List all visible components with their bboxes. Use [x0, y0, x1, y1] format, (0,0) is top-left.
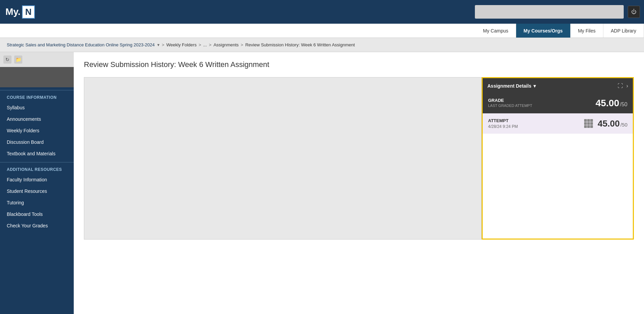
sidebar-item-discussion-board[interactable]: Discussion Board — [0, 136, 74, 148]
grid-view-icon[interactable] — [584, 119, 593, 128]
main-layout: ↻ 📁 COURSE INFORMATION Syllabus Announce… — [0, 52, 644, 314]
attempt-label-area: ATTEMPT 4/28/24 9:24 PM — [488, 118, 518, 129]
doc-preview-container: Assignment Details ▾ ⛶ › GRADE LAST GRAD… — [84, 77, 634, 240]
breadcrumb-sep1: > — [162, 42, 164, 47]
breadcrumb-assignments[interactable]: Assignments — [213, 42, 238, 47]
breadcrumb-course[interactable]: Strategic Sales and Marketing Distance E… — [7, 42, 155, 47]
grade-total: /50 — [620, 102, 627, 108]
course-info-divider — [0, 90, 74, 90]
content-area: Review Submission History: Week 6 Writte… — [74, 52, 644, 314]
sidebar-item-check-grades[interactable]: Check Your Grades — [0, 220, 74, 231]
attempt-section[interactable]: ATTEMPT 4/28/24 9:24 PM 45.00 /50 — [483, 113, 633, 134]
attempt-right: 45.00 /50 — [584, 118, 627, 129]
breadcrumb-current-page: Review Submission History: Week 6 Writte… — [245, 42, 355, 47]
additional-resources-divider — [0, 162, 74, 162]
tab-adp-library[interactable]: ADP Library — [603, 24, 644, 38]
attempt-score: 45.00 /50 — [598, 118, 627, 129]
sidebar-item-blackboard-tools[interactable]: Blackboard Tools — [0, 208, 74, 220]
sidebar-refresh-icon[interactable]: ↻ — [3, 55, 12, 64]
logo-n-box: N — [22, 5, 35, 19]
sidebar: ↻ 📁 COURSE INFORMATION Syllabus Announce… — [0, 52, 74, 314]
sidebar-toolbar: ↻ 📁 — [0, 52, 74, 67]
sidebar-item-tutoring[interactable]: Tutoring — [0, 197, 74, 208]
logo-my-text: My. — [5, 6, 21, 17]
breadcrumb-sep3: > — [209, 42, 212, 47]
assignment-details-panel: Assignment Details ▾ ⛶ › GRADE LAST GRAD… — [482, 77, 634, 240]
assignment-details-label: Assignment Details — [487, 83, 531, 89]
panel-header-title: Assignment Details ▾ — [487, 83, 536, 89]
attempt-total: /50 — [620, 122, 627, 128]
document-preview — [84, 77, 482, 240]
logo-area: My. N — [5, 5, 35, 19]
panel-header: Assignment Details ▾ ⛶ › — [483, 78, 633, 94]
sidebar-item-student-resources[interactable]: Student Resources — [0, 185, 74, 197]
sidebar-item-faculty-information[interactable]: Faculty Information — [0, 174, 74, 185]
breadcrumb: Strategic Sales and Marketing Distance E… — [0, 38, 644, 52]
grade-section: GRADE LAST GRADED ATTEMPT 45.00 /50 — [483, 94, 633, 113]
nav-tabs-row: My Campus My Courses/Orgs My Files ADP L… — [0, 24, 644, 38]
grade-sublabel: LAST GRADED ATTEMPT — [488, 104, 532, 108]
attempt-date: 4/28/24 9:24 PM — [488, 124, 518, 129]
sidebar-item-announcements[interactable]: Announcements — [0, 113, 74, 125]
sidebar-search-area — [0, 67, 74, 87]
sidebar-item-syllabus[interactable]: Syllabus — [0, 102, 74, 113]
grade-label-area: GRADE LAST GRADED ATTEMPT — [488, 98, 532, 108]
breadcrumb-sep4: > — [241, 42, 244, 47]
grade-value: 45.00 — [596, 98, 619, 109]
tab-my-courses-orgs[interactable]: My Courses/Orgs — [516, 24, 571, 38]
additional-resources-section-title: ADDITIONAL RESOURCES — [0, 164, 74, 174]
page-title: Review Submission History: Week 6 Writte… — [84, 60, 634, 69]
attempt-value: 45.00 — [598, 118, 620, 129]
top-header: My. N ⏻ — [0, 0, 644, 24]
sidebar-folder-icon[interactable]: 📁 — [14, 55, 22, 64]
grade-label: GRADE — [488, 98, 532, 103]
breadcrumb-sep2: > — [199, 42, 201, 47]
breadcrumb-weekly-folders[interactable]: Weekly Folders — [166, 42, 197, 47]
breadcrumb-ellipsis[interactable]: ... — [203, 42, 207, 47]
sidebar-item-weekly-folders[interactable]: Weekly Folders — [0, 125, 74, 136]
next-icon[interactable]: › — [626, 83, 628, 89]
grade-value-area: 45.00 /50 — [596, 98, 627, 109]
tab-my-files[interactable]: My Files — [571, 24, 603, 38]
course-info-section-title: COURSE INFORMATION — [0, 92, 74, 102]
breadcrumb-dropdown-icon[interactable]: ▾ — [157, 42, 160, 47]
header-chevron-icon[interactable]: ▾ — [533, 83, 536, 89]
attempt-label: ATTEMPT — [488, 118, 518, 123]
power-button[interactable]: ⏻ — [628, 6, 640, 18]
panel-header-icons: ⛶ › — [618, 83, 628, 89]
expand-icon[interactable]: ⛶ — [618, 83, 623, 89]
sidebar-item-textbook-materials[interactable]: Textbook and Materials — [0, 148, 74, 159]
header-search[interactable] — [475, 5, 624, 19]
tab-my-campus[interactable]: My Campus — [476, 24, 516, 38]
